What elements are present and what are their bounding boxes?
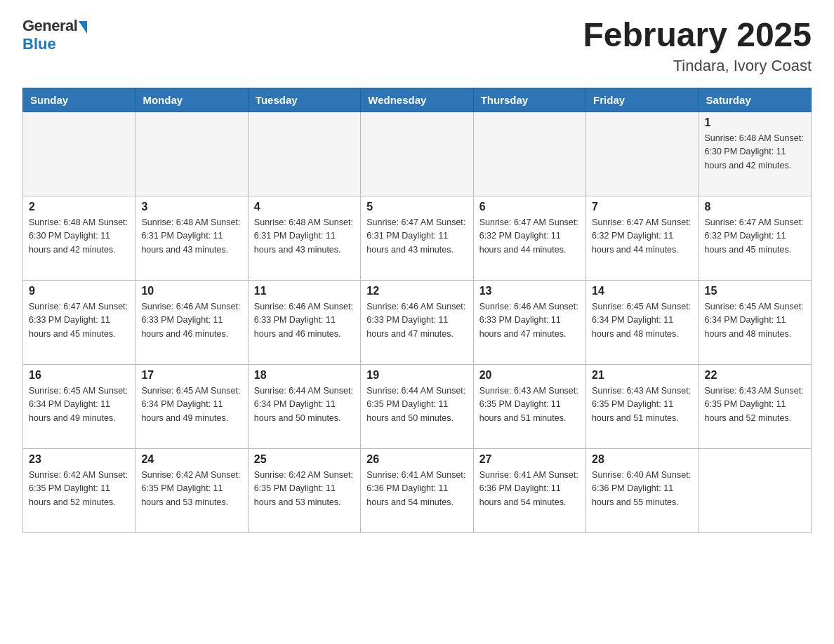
calendar-cell: 19Sunrise: 6:44 AM Sunset: 6:35 PM Dayli… [361, 364, 473, 448]
day-number: 8 [705, 201, 805, 213]
col-thursday: Thursday [473, 88, 585, 112]
day-info: Sunrise: 6:47 AM Sunset: 6:32 PM Dayligh… [592, 216, 692, 257]
calendar-cell [586, 112, 699, 196]
day-info: Sunrise: 6:48 AM Sunset: 6:31 PM Dayligh… [254, 216, 355, 257]
day-number: 9 [29, 285, 129, 297]
day-info: Sunrise: 6:43 AM Sunset: 6:35 PM Dayligh… [479, 384, 580, 425]
calendar-cell: 2Sunrise: 6:48 AM Sunset: 6:30 PM Daylig… [23, 196, 135, 280]
day-info: Sunrise: 6:47 AM Sunset: 6:31 PM Dayligh… [366, 216, 467, 257]
day-info: Sunrise: 6:41 AM Sunset: 6:36 PM Dayligh… [479, 469, 580, 509]
day-info: Sunrise: 6:46 AM Sunset: 6:33 PM Dayligh… [366, 300, 467, 341]
calendar-cell [23, 112, 135, 196]
calendar-cell: 1Sunrise: 6:48 AM Sunset: 6:30 PM Daylig… [699, 112, 811, 196]
day-number: 27 [479, 453, 580, 466]
day-number: 7 [592, 201, 692, 213]
day-number: 28 [592, 453, 692, 466]
day-info: Sunrise: 6:45 AM Sunset: 6:34 PM Dayligh… [592, 300, 692, 341]
calendar-header-row: Sunday Monday Tuesday Wednesday Thursday… [23, 88, 812, 112]
calendar-cell [361, 112, 473, 196]
col-sunday: Sunday [23, 88, 135, 112]
calendar-cell: 22Sunrise: 6:43 AM Sunset: 6:35 PM Dayli… [699, 364, 811, 448]
day-info: Sunrise: 6:43 AM Sunset: 6:35 PM Dayligh… [592, 384, 692, 425]
day-number: 14 [592, 285, 692, 297]
title-section: February 2025 Tindara, Ivory Coast [583, 17, 812, 75]
calendar-cell: 9Sunrise: 6:47 AM Sunset: 6:33 PM Daylig… [23, 280, 135, 364]
calendar-cell: 3Sunrise: 6:48 AM Sunset: 6:31 PM Daylig… [135, 196, 248, 280]
calendar-cell [135, 112, 248, 196]
day-number: 1 [705, 116, 805, 129]
col-friday: Friday [586, 88, 699, 112]
calendar-week-2: 2Sunrise: 6:48 AM Sunset: 6:30 PM Daylig… [23, 196, 812, 280]
day-number: 11 [254, 285, 355, 297]
col-tuesday: Tuesday [248, 88, 360, 112]
day-number: 6 [479, 201, 580, 213]
day-number: 23 [29, 453, 129, 466]
day-number: 16 [29, 369, 129, 382]
day-info: Sunrise: 6:42 AM Sunset: 6:35 PM Dayligh… [141, 469, 241, 509]
location: Tindara, Ivory Coast [583, 57, 812, 75]
month-title: February 2025 [583, 17, 812, 54]
calendar-cell: 27Sunrise: 6:41 AM Sunset: 6:36 PM Dayli… [473, 448, 585, 532]
day-info: Sunrise: 6:45 AM Sunset: 6:34 PM Dayligh… [705, 300, 805, 341]
calendar-week-4: 16Sunrise: 6:45 AM Sunset: 6:34 PM Dayli… [23, 364, 812, 448]
calendar-table: Sunday Monday Tuesday Wednesday Thursday… [22, 88, 812, 533]
calendar-cell: 8Sunrise: 6:47 AM Sunset: 6:32 PM Daylig… [699, 196, 811, 280]
day-info: Sunrise: 6:43 AM Sunset: 6:35 PM Dayligh… [705, 384, 805, 425]
calendar-cell: 26Sunrise: 6:41 AM Sunset: 6:36 PM Dayli… [361, 448, 473, 532]
day-info: Sunrise: 6:45 AM Sunset: 6:34 PM Dayligh… [29, 384, 129, 425]
calendar-cell: 12Sunrise: 6:46 AM Sunset: 6:33 PM Dayli… [361, 280, 473, 364]
day-number: 19 [366, 369, 467, 382]
col-wednesday: Wednesday [361, 88, 473, 112]
day-number: 4 [254, 201, 355, 213]
day-number: 18 [254, 369, 355, 382]
calendar-cell: 15Sunrise: 6:45 AM Sunset: 6:34 PM Dayli… [699, 280, 811, 364]
day-number: 20 [479, 369, 580, 382]
calendar-week-1: 1Sunrise: 6:48 AM Sunset: 6:30 PM Daylig… [23, 112, 812, 196]
calendar-cell: 24Sunrise: 6:42 AM Sunset: 6:35 PM Dayli… [135, 448, 248, 532]
logo: General Blue [22, 17, 87, 53]
day-info: Sunrise: 6:47 AM Sunset: 6:32 PM Dayligh… [479, 216, 580, 257]
day-info: Sunrise: 6:47 AM Sunset: 6:33 PM Dayligh… [29, 300, 129, 341]
day-info: Sunrise: 6:42 AM Sunset: 6:35 PM Dayligh… [254, 469, 355, 509]
calendar-cell: 13Sunrise: 6:46 AM Sunset: 6:33 PM Dayli… [473, 280, 585, 364]
calendar-cell: 5Sunrise: 6:47 AM Sunset: 6:31 PM Daylig… [361, 196, 473, 280]
calendar-cell: 25Sunrise: 6:42 AM Sunset: 6:35 PM Dayli… [248, 448, 360, 532]
day-number: 15 [705, 285, 805, 297]
calendar-cell: 4Sunrise: 6:48 AM Sunset: 6:31 PM Daylig… [248, 196, 360, 280]
calendar-cell: 20Sunrise: 6:43 AM Sunset: 6:35 PM Dayli… [473, 364, 585, 448]
calendar-cell: 16Sunrise: 6:45 AM Sunset: 6:34 PM Dayli… [23, 364, 135, 448]
day-number: 22 [705, 369, 805, 382]
day-info: Sunrise: 6:48 AM Sunset: 6:31 PM Dayligh… [141, 216, 241, 257]
day-number: 24 [141, 453, 241, 466]
logo-blue-text: Blue [22, 35, 56, 53]
calendar-cell [699, 448, 811, 532]
calendar-cell [248, 112, 360, 196]
logo-arrow-icon [79, 21, 87, 34]
day-info: Sunrise: 6:40 AM Sunset: 6:36 PM Dayligh… [592, 469, 692, 509]
col-saturday: Saturday [699, 88, 811, 112]
calendar-cell: 18Sunrise: 6:44 AM Sunset: 6:34 PM Dayli… [248, 364, 360, 448]
day-info: Sunrise: 6:46 AM Sunset: 6:33 PM Dayligh… [141, 300, 241, 341]
day-number: 2 [29, 201, 129, 213]
calendar-cell: 28Sunrise: 6:40 AM Sunset: 6:36 PM Dayli… [586, 448, 699, 532]
day-number: 13 [479, 285, 580, 297]
day-number: 3 [141, 201, 241, 213]
day-number: 10 [141, 285, 241, 297]
calendar-cell: 23Sunrise: 6:42 AM Sunset: 6:35 PM Dayli… [23, 448, 135, 532]
day-info: Sunrise: 6:48 AM Sunset: 6:30 PM Dayligh… [705, 132, 805, 173]
day-info: Sunrise: 6:46 AM Sunset: 6:33 PM Dayligh… [479, 300, 580, 341]
calendar-cell: 17Sunrise: 6:45 AM Sunset: 6:34 PM Dayli… [135, 364, 248, 448]
calendar-cell: 14Sunrise: 6:45 AM Sunset: 6:34 PM Dayli… [586, 280, 699, 364]
day-number: 17 [141, 369, 241, 382]
day-info: Sunrise: 6:42 AM Sunset: 6:35 PM Dayligh… [29, 469, 129, 509]
day-number: 25 [254, 453, 355, 466]
calendar-cell [473, 112, 585, 196]
day-info: Sunrise: 6:44 AM Sunset: 6:34 PM Dayligh… [254, 384, 355, 425]
calendar-week-5: 23Sunrise: 6:42 AM Sunset: 6:35 PM Dayli… [23, 448, 812, 532]
day-info: Sunrise: 6:47 AM Sunset: 6:32 PM Dayligh… [705, 216, 805, 257]
day-info: Sunrise: 6:46 AM Sunset: 6:33 PM Dayligh… [254, 300, 355, 341]
day-number: 12 [366, 285, 467, 297]
calendar-week-3: 9Sunrise: 6:47 AM Sunset: 6:33 PM Daylig… [23, 280, 812, 364]
day-number: 26 [366, 453, 467, 466]
calendar-cell: 7Sunrise: 6:47 AM Sunset: 6:32 PM Daylig… [586, 196, 699, 280]
